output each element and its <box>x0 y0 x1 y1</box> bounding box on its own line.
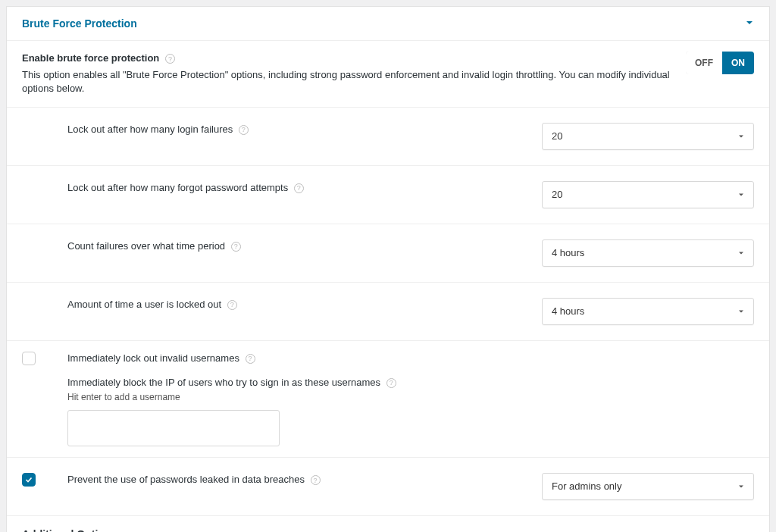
login-failures-select[interactable]: 20 <box>542 123 754 150</box>
chevron-down-icon <box>738 305 744 317</box>
row-enable: Enable brute force protection ? This opt… <box>7 40 769 107</box>
block-ip-label: Immediately block the IP of users who tr… <box>67 377 380 388</box>
select-value: 4 hours <box>552 305 584 317</box>
chevron-down-icon <box>738 247 744 258</box>
panel-title: Brute Force Protection <box>22 17 137 30</box>
help-icon[interactable]: ? <box>294 183 304 193</box>
time-period-select[interactable]: 4 hours <box>542 239 754 267</box>
row-time-period: Count failures over what time period ? 4… <box>7 224 769 282</box>
help-icon[interactable]: ? <box>231 242 241 252</box>
select-value: 20 <box>552 189 562 200</box>
row-leaked-pw: Prevent the use of passwords leaked in d… <box>7 457 769 515</box>
leaked-pw-label: Prevent the use of passwords leaked in d… <box>67 474 305 485</box>
select-value: For admins only <box>552 480 621 492</box>
row-login-failures: Lock out after how many login failures ?… <box>7 107 769 165</box>
block-ip-usernames-input[interactable] <box>67 410 280 446</box>
panel-header[interactable]: Brute Force Protection <box>7 7 769 40</box>
help-icon[interactable]: ? <box>246 354 255 364</box>
brute-force-panel: Brute Force Protection Enable brute forc… <box>6 6 770 532</box>
row-forgot-attempts: Lock out after how many forgot password … <box>7 165 769 224</box>
enable-label: Enable brute force protection <box>22 52 159 64</box>
select-value: 20 <box>552 130 562 142</box>
help-icon[interactable]: ? <box>227 300 237 310</box>
leaked-pw-checkbox[interactable] <box>22 473 36 487</box>
forgot-attempts-select[interactable]: 20 <box>542 181 754 208</box>
invalid-usernames-label: Immediately lock out invalid usernames <box>67 352 239 364</box>
chevron-down-icon <box>738 480 744 492</box>
help-icon[interactable]: ? <box>386 378 396 388</box>
enable-toggle: OFF ON <box>686 52 754 74</box>
help-icon[interactable]: ? <box>239 125 249 135</box>
select-value: 4 hours <box>552 247 584 258</box>
toggle-on-button[interactable]: ON <box>722 52 754 74</box>
chevron-down-icon <box>738 189 744 200</box>
enable-desc: This option enables all "Brute Force Pro… <box>22 68 671 95</box>
chevron-down-icon <box>738 130 744 142</box>
login-failures-label: Lock out after how many login failures <box>67 124 233 135</box>
time-period-label: Count failures over what time period <box>67 240 225 252</box>
lockout-time-label: Amount of time a user is locked out <box>67 299 221 310</box>
forgot-attempts-label: Lock out after how many forgot password … <box>67 182 288 193</box>
row-lockout-time: Amount of time a user is locked out ? 4 … <box>7 282 769 340</box>
block-ip-hint: Hit enter to add a username <box>67 392 455 402</box>
leaked-pw-select[interactable]: For admins only <box>542 473 754 500</box>
row-block-ip: Immediately block the IP of users who tr… <box>7 376 769 457</box>
invalid-usernames-checkbox[interactable] <box>22 352 36 365</box>
row-invalid-usernames: Immediately lock out invalid usernames ? <box>7 340 769 376</box>
additional-options-heading: Additional Options <box>7 515 769 532</box>
help-icon[interactable]: ? <box>311 475 321 485</box>
toggle-off-button[interactable]: OFF <box>686 52 722 74</box>
help-icon[interactable]: ? <box>165 54 175 64</box>
chevron-down-icon <box>745 18 754 30</box>
lockout-time-select[interactable]: 4 hours <box>542 298 754 325</box>
